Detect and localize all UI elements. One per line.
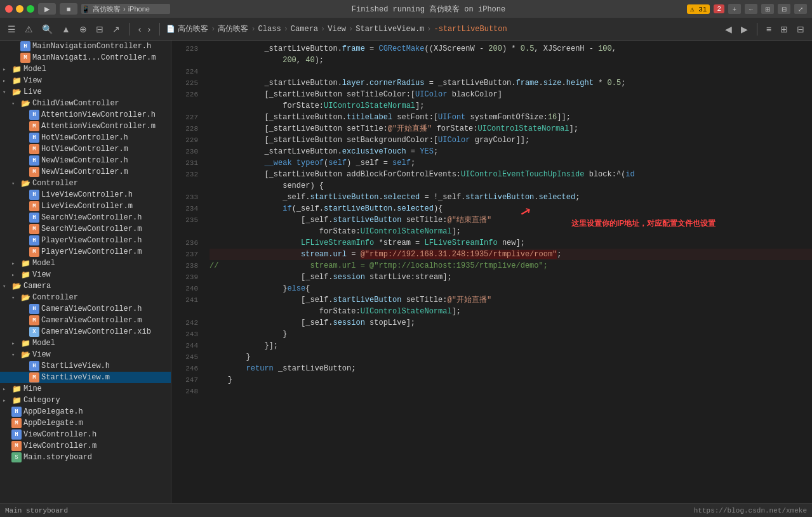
breadcrumb-target[interactable]: 高仿映客 <box>218 23 248 34</box>
code-lines: _startLiveButton.frame = CGRectMake((XJS… <box>203 41 812 503</box>
view-options[interactable]: ⊞ <box>778 23 790 36</box>
sidebar-item-model[interactable]: ▸📁Model <box>0 63 171 75</box>
line-numbers: 2232242252262272282292302312322332342352… <box>171 41 203 503</box>
sidebar-item-appdelegate-h[interactable]: HAppDelegate.h <box>0 406 171 417</box>
add-tab-button[interactable]: + <box>728 4 741 14</box>
sidebar-item-model2[interactable]: ▸📁Model <box>0 258 171 269</box>
tree-label: SearchViewController.h <box>41 213 142 222</box>
split-view-button[interactable]: ⊟ <box>778 4 790 14</box>
view-as-list[interactable]: ≡ <box>764 23 774 36</box>
tree-icon-folder: 📁 <box>20 338 30 348</box>
sidebar-item-cameravc-m[interactable]: MCameraViewController.m <box>0 315 171 326</box>
sidebar-item-main-nav-m[interactable]: MMainNavigati...Controller.m <box>0 52 171 63</box>
sidebar-item-model3[interactable]: ▸📁Model <box>0 337 171 349</box>
sidebar-item-camera[interactable]: ▾📂Camera <box>0 280 171 292</box>
forward-button[interactable]: › <box>145 23 154 36</box>
tree-label: StartLiveView.m <box>41 373 110 382</box>
sidebar-item-viewcontroller-m[interactable]: MViewController.m <box>0 440 171 452</box>
code-line: _startLiveButton.frame = CGRectMake((XJS… <box>210 43 812 55</box>
warning-badge[interactable]: ⚠ 31 <box>687 4 710 14</box>
issue-nav[interactable]: ▲ <box>59 23 73 36</box>
fullscreen-button[interactable]: ⤢ <box>794 4 807 14</box>
sidebar-item-attention-h[interactable]: HAttentionViewController.h <box>0 109 171 121</box>
code-editor[interactable]: 2232242252262272282292302312322332342352… <box>171 41 812 503</box>
scheme-selector[interactable]: 📱 高仿映客 › iPhone <box>81 4 170 14</box>
code-line: _startLiveButton.exclusiveTouch = YES; <box>210 146 812 157</box>
sidebar-item-childvc[interactable]: ▾📂ChildViewController <box>0 98 171 109</box>
sidebar-item-searchvc-m[interactable]: MSearchViewController.m <box>0 223 171 235</box>
sidebar-item-startlive-m[interactable]: MStartLiveView.m <box>0 372 171 383</box>
sidebar-item-playervc-h[interactable]: HPlayerViewController.h <box>0 235 171 246</box>
toggle-navigator[interactable]: ☰ <box>5 23 18 36</box>
sidebar-item-mine[interactable]: ▸📁Mine <box>0 383 171 395</box>
jump-bar-btn[interactable]: ◀ <box>722 23 735 36</box>
minimize-button[interactable] <box>16 5 23 13</box>
line-number <box>171 306 198 317</box>
tree-icon-folder: 📂 <box>20 178 30 188</box>
line-number: 231 <box>171 157 198 169</box>
sidebar-item-live[interactable]: ▾📂Live <box>0 86 171 98</box>
close-button[interactable] <box>5 5 13 13</box>
tree-label: LiveViewController.m <box>41 202 133 211</box>
tree-arrow: ▾ <box>3 89 11 96</box>
find-button[interactable]: 🔍 <box>39 23 55 36</box>
sidebar-item-appdelegate-m[interactable]: MAppDelegate.m <box>0 417 171 429</box>
breadcrumb-camera[interactable]: Camera <box>291 25 318 34</box>
sidebar-item-view3[interactable]: ▾📂View <box>0 349 171 360</box>
sidebar-item-view[interactable]: ▸📁View <box>0 75 171 86</box>
sidebar-item-livevc-h[interactable]: HLiveViewController.h <box>0 189 171 200</box>
split-editor[interactable]: ⊟ <box>794 23 807 36</box>
sidebar-item-playervc-m[interactable]: MPlayerViewController.m <box>0 246 171 258</box>
sidebar-item-viewcontroller-h[interactable]: HViewController.h <box>0 429 171 440</box>
nav-back-button[interactable]: ← <box>745 4 757 14</box>
back-button[interactable]: ‹ <box>136 23 144 36</box>
sidebar-item-controller[interactable]: ▾📂Controller <box>0 178 171 189</box>
error-badge[interactable]: 2 <box>714 4 724 13</box>
add-breakpoint[interactable]: ⊕ <box>77 23 90 36</box>
sidebar-item-cameravc-h[interactable]: HCameraViewController.h <box>0 303 171 315</box>
separator <box>129 23 130 36</box>
sidebar-item-hot-m[interactable]: MHotViewController.m <box>0 143 171 155</box>
sidebar-item-category[interactable]: ▸📁Category <box>0 395 171 406</box>
sidebar-item-attention-m[interactable]: MAttentionViewController.m <box>0 121 171 132</box>
sidebar-item-controller2[interactable]: ▾📂Controller <box>0 292 171 303</box>
sidebar-item-startlive-h[interactable]: HStartLiveView.h <box>0 360 171 372</box>
code-line <box>210 66 812 77</box>
layout-toggle[interactable]: ⊞ <box>761 4 774 14</box>
tree-icon-h: H <box>11 407 22 417</box>
tree-label: View <box>32 270 51 279</box>
sidebar-item-cameravc-xib[interactable]: XCameraViewController.xib <box>0 326 171 337</box>
sidebar-item-livevc-m[interactable]: MLiveViewController.m <box>0 200 171 212</box>
sidebar-item-main-nav-h[interactable]: HMainNavigationController.h <box>0 41 171 52</box>
inspectors-toggle[interactable]: ▶ <box>738 23 750 36</box>
code-line <box>210 386 812 397</box>
breadcrumb-project[interactable]: 高仿映客 <box>178 23 208 34</box>
tree-label: View <box>32 350 51 359</box>
sidebar-item-new-h[interactable]: HNewViewController.h <box>0 155 171 166</box>
sidebar-item-searchvc-h[interactable]: HSearchViewController.h <box>0 212 171 223</box>
tree-arrow: ▸ <box>3 386 11 393</box>
code-line: if(_self.startLiveButton.selected){ <box>210 203 812 214</box>
run-button[interactable]: ▶ <box>38 3 56 15</box>
code-line: return _startLiveButton; <box>210 363 812 374</box>
stop-button[interactable]: ■ <box>60 3 77 15</box>
sidebar-item-new-m[interactable]: MNewViewController.m <box>0 166 171 178</box>
breadcrumb-file[interactable]: StartLiveView.m <box>356 25 424 34</box>
tree-icon-m: M <box>29 144 39 154</box>
env-button[interactable]: ⊟ <box>93 23 106 36</box>
breadcrumb-class[interactable]: Class <box>258 25 281 34</box>
maximize-button[interactable] <box>27 5 34 13</box>
sidebar-item-hot-h[interactable]: HHotViewController.h <box>0 132 171 143</box>
sidebar-item-view2[interactable]: ▸📁View <box>0 269 171 280</box>
sidebar-item-main-storyboard[interactable]: SMain.storyboard <box>0 452 171 463</box>
breadcrumb-method[interactable]: -startLiveButton <box>434 25 507 34</box>
breadcrumb-view[interactable]: View <box>328 25 346 34</box>
line-number: 235 <box>171 214 198 226</box>
tree-label: Model <box>32 339 55 348</box>
tree-icon-xib: X <box>29 327 39 337</box>
share-button[interactable]: ↗ <box>110 23 123 36</box>
toggle-warnings[interactable]: ⚠ <box>22 23 36 36</box>
tree-icon-h: H <box>29 110 39 120</box>
tree-arrow: ▾ <box>11 180 20 187</box>
tree-arrow: ▾ <box>11 100 20 107</box>
